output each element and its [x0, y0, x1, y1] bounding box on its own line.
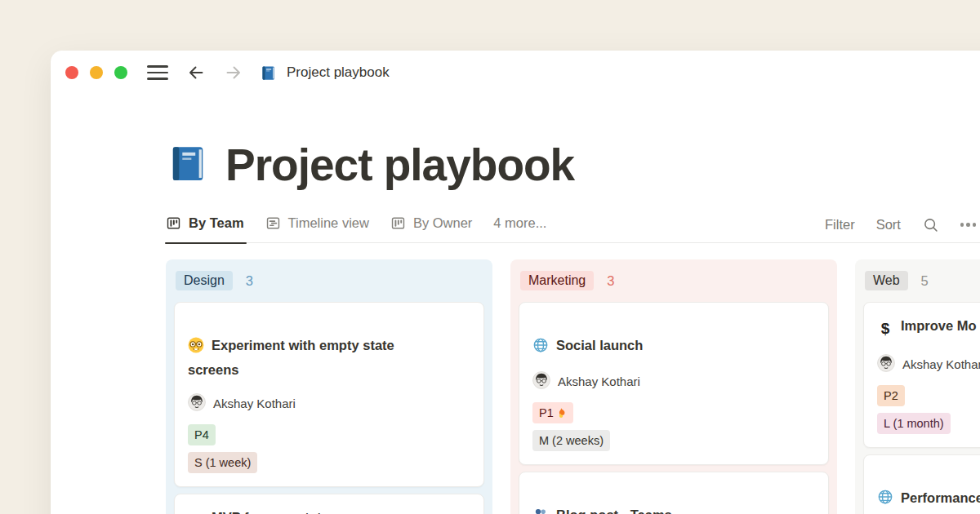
back-arrow-icon[interactable] — [186, 63, 206, 82]
avatar-akshay-kothari — [877, 354, 895, 374]
column-tag-design[interactable]: Design — [176, 271, 233, 290]
card-mvp-zero-state[interactable]: 0MVP for zero state — [174, 494, 484, 514]
priority-tag: P2 — [877, 385, 905, 406]
card-experiment-empty-state[interactable]: Experiment with empty state screens Aksh… — [174, 302, 484, 487]
tab-label: By Owner — [413, 215, 472, 231]
assignee-name: Akshay Kothari — [902, 357, 980, 371]
card-improve-monetization[interactable]: $Improve Mo Akshay Kothari P2 L (1 month… — [863, 302, 980, 448]
timeline-view-icon — [265, 215, 281, 231]
globe-icon — [877, 467, 893, 512]
card-social-launch[interactable]: Social launch Akshay Kothari P1 M (2 wee… — [519, 302, 829, 465]
board-view-icon — [166, 215, 181, 231]
column-web: Web 5 $Improve Mo Akshay Kothari — [855, 259, 980, 514]
card-blog-post-teams[interactable]: Blog post - Teams Eva Zhang — [519, 472, 829, 514]
fire-icon — [555, 407, 567, 419]
close-window-button[interactable] — [65, 66, 78, 79]
forward-arrow-icon[interactable] — [224, 63, 243, 82]
card-title: Social launch — [556, 338, 643, 352]
page-book-icon — [260, 64, 277, 82]
tab-label: 4 more... — [493, 215, 546, 231]
card-title: MVP for zero state — [212, 510, 329, 514]
window-title: Project playbook — [287, 64, 390, 81]
app-window: Project playbook Project playbook By Tea… — [51, 51, 980, 514]
size-tag: L (1 month) — [877, 413, 951, 434]
column-design: Design 3 Experiment with empty state scr… — [166, 259, 492, 514]
card-performance-optimization[interactable]: Performance optimization — [863, 454, 980, 514]
window-chrome: Project playbook — [51, 51, 980, 95]
heavy-dollar-icon: $ — [877, 317, 893, 342]
card-title: Experiment with empty state screens — [188, 338, 394, 378]
kanban-board: Design 3 Experiment with empty state scr… — [166, 259, 980, 514]
card-title: Improve Mo — [901, 318, 977, 333]
priority-tag: P1 — [532, 402, 573, 423]
tab-label: Timeline view — [288, 215, 369, 231]
avatar-akshay-kothari — [532, 371, 550, 392]
assignee-name: Akshay Kothari — [558, 374, 640, 388]
column-count: 3 — [607, 273, 614, 289]
page-title[interactable]: Project playbook — [225, 139, 574, 191]
column-count: 3 — [246, 273, 253, 289]
zoom-window-button[interactable] — [114, 66, 127, 79]
minimize-window-button[interactable] — [90, 66, 103, 79]
more-options-icon[interactable] — [960, 223, 977, 227]
priority-tag: P4 — [188, 424, 216, 445]
avatar-akshay-kothari — [188, 393, 206, 414]
card-title: Blog post - Teams — [556, 507, 672, 514]
size-tag: S (1 week) — [188, 452, 257, 473]
globe-icon — [532, 315, 549, 359]
column-tag-marketing[interactable]: Marketing — [520, 271, 594, 290]
assignee-name: Akshay Kothari — [213, 397, 296, 410]
page-icon-blue-book[interactable] — [166, 142, 209, 188]
tab-by-owner[interactable]: By Owner — [390, 215, 472, 231]
column-count: 5 — [921, 273, 929, 289]
search-icon[interactable] — [922, 216, 939, 233]
board-view-icon — [390, 215, 406, 231]
sort-button[interactable]: Sort — [876, 217, 901, 233]
nerd-face-icon — [188, 315, 204, 359]
keycap-zero-icon: 0 — [188, 510, 204, 514]
busts-in-silhouette-icon — [532, 485, 549, 514]
filter-button[interactable]: Filter — [825, 217, 855, 233]
sidebar-menu-icon[interactable] — [147, 65, 168, 80]
tab-label: By Team — [189, 215, 244, 231]
tab-more-views[interactable]: 4 more... — [493, 215, 546, 231]
column-tag-web[interactable]: Web — [865, 271, 908, 290]
view-tabs-bar: By Team Timeline view By Owner 4 more...… — [166, 215, 980, 243]
column-marketing: Marketing 3 Social launch — [510, 259, 837, 514]
tab-by-team[interactable]: By Team — [166, 215, 244, 231]
tab-timeline-view[interactable]: Timeline view — [265, 215, 369, 231]
size-tag: M (2 weeks) — [532, 430, 610, 451]
